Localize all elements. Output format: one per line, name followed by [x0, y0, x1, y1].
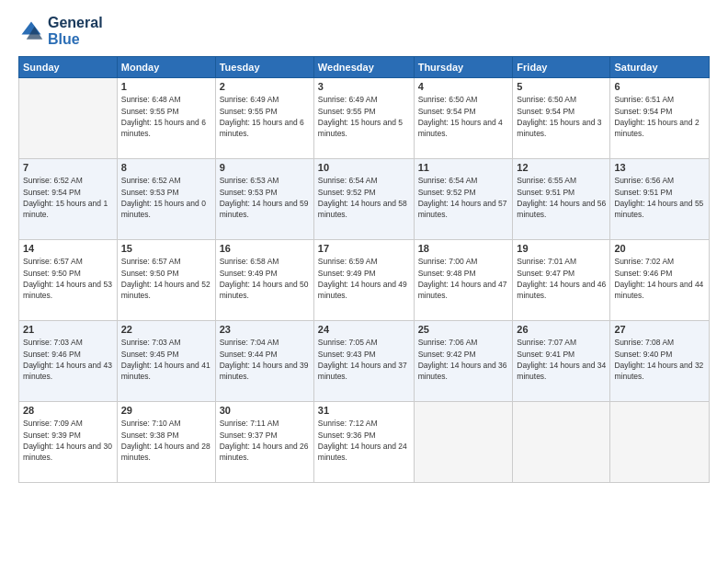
logo-text: General Blue — [48, 15, 103, 47]
day-info: Sunrise: 6:58 AMSunset: 9:49 PMDaylight:… — [220, 256, 310, 301]
calendar-cell: 16Sunrise: 6:58 AMSunset: 9:49 PMDayligh… — [215, 240, 313, 321]
day-info: Sunrise: 6:57 AMSunset: 9:50 PMDaylight:… — [23, 256, 113, 301]
calendar-cell: 10Sunrise: 6:54 AMSunset: 9:52 PMDayligh… — [313, 159, 414, 240]
calendar-cell: 12Sunrise: 6:55 AMSunset: 9:51 PMDayligh… — [513, 159, 610, 240]
day-number: 15 — [121, 243, 211, 254]
day-number: 5 — [517, 81, 606, 92]
day-number: 23 — [220, 324, 310, 335]
day-info: Sunrise: 7:00 AMSunset: 9:48 PMDaylight:… — [418, 256, 509, 301]
day-number: 3 — [318, 81, 410, 92]
day-info: Sunrise: 6:49 AMSunset: 9:55 PMDaylight:… — [318, 94, 410, 139]
logo-icon — [18, 18, 44, 44]
calendar-cell: 2Sunrise: 6:49 AMSunset: 9:55 PMDaylight… — [215, 78, 313, 159]
day-number: 29 — [121, 405, 211, 416]
weekday-header-row: SundayMondayTuesdayWednesdayThursdayFrid… — [19, 57, 710, 78]
day-number: 18 — [418, 243, 509, 254]
day-info: Sunrise: 6:59 AMSunset: 9:49 PMDaylight:… — [318, 256, 410, 301]
week-row: 21Sunrise: 7:03 AMSunset: 9:46 PMDayligh… — [19, 321, 710, 402]
day-info: Sunrise: 6:52 AMSunset: 9:54 PMDaylight:… — [23, 175, 113, 220]
day-info: Sunrise: 6:54 AMSunset: 9:52 PMDaylight:… — [318, 175, 410, 220]
calendar-cell: 15Sunrise: 6:57 AMSunset: 9:50 PMDayligh… — [117, 240, 215, 321]
day-info: Sunrise: 6:55 AMSunset: 9:51 PMDaylight:… — [517, 175, 606, 220]
day-info: Sunrise: 7:11 AMSunset: 9:37 PMDaylight:… — [220, 418, 310, 463]
day-number: 13 — [614, 162, 705, 173]
day-number: 22 — [121, 324, 211, 335]
day-number: 1 — [121, 81, 211, 92]
calendar-cell: 24Sunrise: 7:05 AMSunset: 9:43 PMDayligh… — [313, 321, 414, 402]
weekday-saturday: Saturday — [610, 57, 710, 78]
day-info: Sunrise: 6:57 AMSunset: 9:50 PMDaylight:… — [121, 256, 211, 301]
day-info: Sunrise: 7:09 AMSunset: 9:39 PMDaylight:… — [23, 418, 113, 463]
day-info: Sunrise: 7:10 AMSunset: 9:38 PMDaylight:… — [121, 418, 211, 463]
weekday-tuesday: Tuesday — [215, 57, 313, 78]
calendar-cell: 3Sunrise: 6:49 AMSunset: 9:55 PMDaylight… — [313, 78, 414, 159]
calendar-page: General Blue SundayMondayTuesdayWednesda… — [0, 0, 728, 563]
day-info: Sunrise: 6:56 AMSunset: 9:51 PMDaylight:… — [614, 175, 705, 220]
header: General Blue — [18, 15, 710, 47]
day-info: Sunrise: 7:08 AMSunset: 9:40 PMDaylight:… — [614, 337, 705, 382]
calendar-cell: 27Sunrise: 7:08 AMSunset: 9:40 PMDayligh… — [610, 321, 710, 402]
day-number: 12 — [517, 162, 606, 173]
day-number: 2 — [220, 81, 310, 92]
calendar-cell: 30Sunrise: 7:11 AMSunset: 9:37 PMDayligh… — [215, 402, 313, 483]
weekday-sunday: Sunday — [19, 57, 118, 78]
calendar-table: SundayMondayTuesdayWednesdayThursdayFrid… — [18, 56, 710, 483]
day-info: Sunrise: 6:48 AMSunset: 9:55 PMDaylight:… — [121, 94, 211, 139]
calendar-cell: 11Sunrise: 6:54 AMSunset: 9:52 PMDayligh… — [414, 159, 513, 240]
calendar-cell: 1Sunrise: 6:48 AMSunset: 9:55 PMDaylight… — [117, 78, 215, 159]
week-row: 7Sunrise: 6:52 AMSunset: 9:54 PMDaylight… — [19, 159, 710, 240]
calendar-cell: 7Sunrise: 6:52 AMSunset: 9:54 PMDaylight… — [19, 159, 118, 240]
calendar-cell: 22Sunrise: 7:03 AMSunset: 9:45 PMDayligh… — [117, 321, 215, 402]
calendar-cell: 25Sunrise: 7:06 AMSunset: 9:42 PMDayligh… — [414, 321, 513, 402]
calendar-cell: 6Sunrise: 6:51 AMSunset: 9:54 PMDaylight… — [610, 78, 710, 159]
calendar-cell — [610, 402, 710, 483]
day-number: 7 — [23, 162, 113, 173]
day-number: 10 — [318, 162, 410, 173]
weekday-wednesday: Wednesday — [313, 57, 414, 78]
calendar-cell: 28Sunrise: 7:09 AMSunset: 9:39 PMDayligh… — [19, 402, 118, 483]
day-info: Sunrise: 6:50 AMSunset: 9:54 PMDaylight:… — [418, 94, 509, 139]
calendar-cell: 29Sunrise: 7:10 AMSunset: 9:38 PMDayligh… — [117, 402, 215, 483]
calendar-cell — [414, 402, 513, 483]
day-info: Sunrise: 7:07 AMSunset: 9:41 PMDaylight:… — [517, 337, 606, 382]
day-info: Sunrise: 6:49 AMSunset: 9:55 PMDaylight:… — [220, 94, 310, 139]
calendar-cell — [513, 402, 610, 483]
calendar-cell: 20Sunrise: 7:02 AMSunset: 9:46 PMDayligh… — [610, 240, 710, 321]
day-number: 9 — [220, 162, 310, 173]
day-number: 27 — [614, 324, 705, 335]
calendar-cell: 5Sunrise: 6:50 AMSunset: 9:54 PMDaylight… — [513, 78, 610, 159]
day-number: 11 — [418, 162, 509, 173]
day-number: 21 — [23, 324, 113, 335]
day-number: 19 — [517, 243, 606, 254]
day-info: Sunrise: 7:03 AMSunset: 9:46 PMDaylight:… — [23, 337, 113, 382]
day-info: Sunrise: 7:06 AMSunset: 9:42 PMDaylight:… — [418, 337, 509, 382]
day-number: 17 — [318, 243, 410, 254]
calendar-cell — [19, 78, 118, 159]
calendar-cell: 13Sunrise: 6:56 AMSunset: 9:51 PMDayligh… — [610, 159, 710, 240]
day-number: 4 — [418, 81, 509, 92]
calendar-cell: 14Sunrise: 6:57 AMSunset: 9:50 PMDayligh… — [19, 240, 118, 321]
calendar-cell: 19Sunrise: 7:01 AMSunset: 9:47 PMDayligh… — [513, 240, 610, 321]
week-row: 14Sunrise: 6:57 AMSunset: 9:50 PMDayligh… — [19, 240, 710, 321]
day-info: Sunrise: 6:51 AMSunset: 9:54 PMDaylight:… — [614, 94, 705, 139]
logo: General Blue — [18, 15, 103, 47]
day-info: Sunrise: 7:01 AMSunset: 9:47 PMDaylight:… — [517, 256, 606, 301]
calendar-cell: 26Sunrise: 7:07 AMSunset: 9:41 PMDayligh… — [513, 321, 610, 402]
calendar-cell: 9Sunrise: 6:53 AMSunset: 9:53 PMDaylight… — [215, 159, 313, 240]
day-info: Sunrise: 6:50 AMSunset: 9:54 PMDaylight:… — [517, 94, 606, 139]
day-number: 25 — [418, 324, 509, 335]
weekday-monday: Monday — [117, 57, 215, 78]
day-info: Sunrise: 7:03 AMSunset: 9:45 PMDaylight:… — [121, 337, 211, 382]
weekday-friday: Friday — [513, 57, 610, 78]
calendar-cell: 23Sunrise: 7:04 AMSunset: 9:44 PMDayligh… — [215, 321, 313, 402]
day-info: Sunrise: 6:54 AMSunset: 9:52 PMDaylight:… — [418, 175, 509, 220]
day-info: Sunrise: 7:05 AMSunset: 9:43 PMDaylight:… — [318, 337, 410, 382]
calendar-cell: 18Sunrise: 7:00 AMSunset: 9:48 PMDayligh… — [414, 240, 513, 321]
week-row: 28Sunrise: 7:09 AMSunset: 9:39 PMDayligh… — [19, 402, 710, 483]
day-info: Sunrise: 7:04 AMSunset: 9:44 PMDaylight:… — [220, 337, 310, 382]
day-number: 6 — [614, 81, 705, 92]
day-info: Sunrise: 6:53 AMSunset: 9:53 PMDaylight:… — [220, 175, 310, 220]
day-number: 16 — [220, 243, 310, 254]
calendar-cell: 31Sunrise: 7:12 AMSunset: 9:36 PMDayligh… — [313, 402, 414, 483]
day-number: 28 — [23, 405, 113, 416]
